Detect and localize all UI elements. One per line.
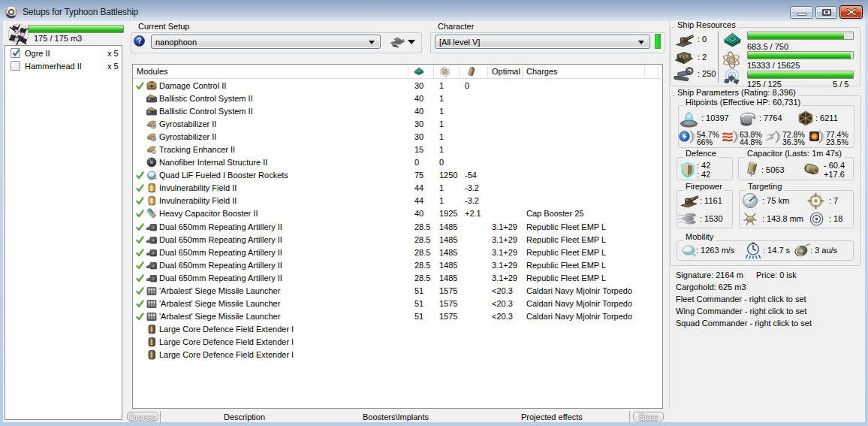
svg-text:N: N bbox=[683, 56, 685, 60]
svg-text:N: N bbox=[679, 55, 681, 59]
svg-text:?: ? bbox=[137, 37, 141, 45]
svg-text:N: N bbox=[686, 55, 688, 59]
